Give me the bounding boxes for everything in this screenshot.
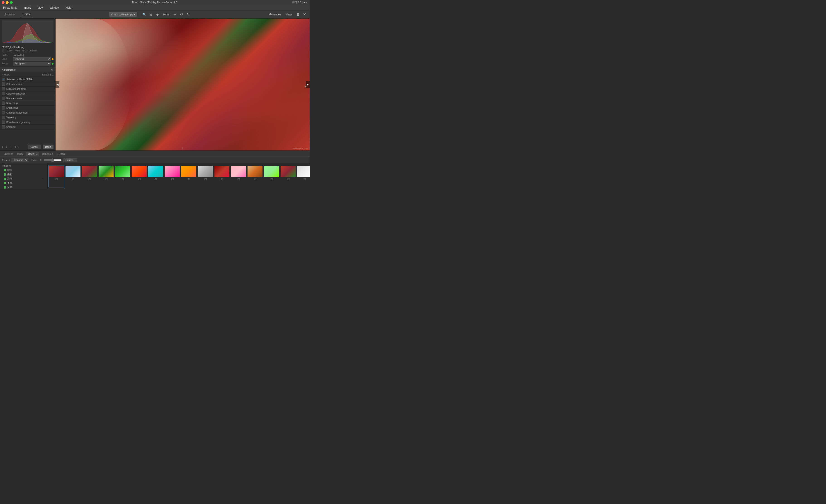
thumbnail-label-3: .jpg bbox=[105, 178, 108, 180]
thumbnail-15[interactable]: .jpg bbox=[297, 165, 310, 187]
thumbnail-4[interactable]: .jpg bbox=[115, 165, 130, 187]
adj-checkbox-7[interactable] bbox=[2, 111, 5, 114]
add-icon-button[interactable]: ✛ bbox=[173, 12, 177, 17]
grid-view-button[interactable]: ⊞ bbox=[296, 12, 300, 17]
thumbnail-strip[interactable]: .jpg.jpg.jpg.jpg.jpg.jpg.jpg.jpg.jpg.jpg… bbox=[48, 164, 310, 189]
lens-dropdown[interactable]: Unknown bbox=[13, 57, 51, 61]
adjustments-settings-icon[interactable]: ⚙ bbox=[51, 68, 54, 71]
tab-open[interactable]: Open [1] bbox=[26, 152, 39, 156]
adj-checkbox-0[interactable] bbox=[2, 78, 5, 81]
adj-checkbox-3[interactable] bbox=[2, 92, 5, 95]
adj-checkbox-10[interactable] bbox=[2, 125, 5, 128]
thumbnail-5[interactable]: .jpg bbox=[131, 165, 147, 187]
zoom-1to1-button[interactable]: ⊕ bbox=[155, 12, 160, 17]
thumbnail-13[interactable]: .jpg bbox=[263, 165, 280, 187]
thumbnail-6[interactable]: .jpg bbox=[148, 165, 164, 187]
rotate-right-button[interactable]: ↻ bbox=[186, 12, 190, 17]
adjustment-item-7[interactable]: Chromatic aberration bbox=[0, 110, 55, 115]
menu-view[interactable]: View bbox=[36, 6, 45, 10]
thumbnail-9[interactable]: .jpg bbox=[197, 165, 213, 187]
tab-browser[interactable]: Browser bbox=[3, 12, 17, 17]
thumb-size-slider[interactable] bbox=[44, 159, 62, 162]
thumbnail-3[interactable]: .jpg bbox=[98, 165, 114, 187]
arrow-down-icon[interactable]: ↓ bbox=[2, 145, 3, 149]
adjustment-item-10[interactable]: Cropping bbox=[0, 125, 55, 129]
adj-checkbox-4[interactable] bbox=[2, 97, 5, 100]
sync-button[interactable]: Sync bbox=[30, 159, 38, 162]
thumbnail-10[interactable]: .jpg bbox=[214, 165, 230, 187]
folder-item-haiyang[interactable]: 海洋 ⋯ bbox=[0, 177, 47, 181]
adjustment-item-3[interactable]: Color enhancement bbox=[0, 91, 55, 96]
adjustment-item-1[interactable]: Color correction bbox=[0, 82, 55, 86]
thumbnail-12[interactable]: .jpg bbox=[247, 165, 263, 187]
tab-recent[interactable]: Recent bbox=[56, 152, 67, 156]
thumbnail-label-9: .jpg bbox=[204, 178, 207, 180]
options-button[interactable]: Options... bbox=[63, 158, 77, 162]
next-icon[interactable]: › bbox=[18, 145, 19, 149]
tab-browser-bottom[interactable]: Browser bbox=[2, 152, 14, 156]
traffic-lights[interactable] bbox=[2, 1, 13, 4]
filename-selector[interactable]: 52112_2y88mj8l.jpg ▾ bbox=[109, 12, 137, 16]
preset-label[interactable]: Preset... bbox=[2, 73, 11, 76]
news-button[interactable]: News bbox=[284, 12, 294, 16]
adj-checkbox-5[interactable] bbox=[2, 102, 5, 105]
maximize-button[interactable] bbox=[10, 1, 13, 4]
zoom-fit-button[interactable]: ⊖ bbox=[149, 12, 154, 17]
adjustment-item-2[interactable]: Exposure and detail bbox=[0, 86, 55, 91]
adj-checkbox-1[interactable] bbox=[2, 82, 5, 86]
thumbnail-image-11 bbox=[231, 166, 246, 177]
right-menu-icon[interactable]: ≡ bbox=[304, 84, 306, 88]
defaults-button[interactable]: Defaults... bbox=[42, 73, 54, 76]
adjustment-item-9[interactable]: Distortion and geometry bbox=[0, 120, 55, 125]
tab-editor[interactable]: Editor bbox=[21, 11, 32, 17]
thumbnail-11[interactable]: .jpg bbox=[231, 165, 246, 187]
folder-options-icon[interactable]: ⋯ bbox=[42, 178, 44, 180]
adj-checkbox-9[interactable] bbox=[2, 121, 5, 124]
menu-help[interactable]: Help bbox=[64, 6, 73, 10]
folder-item-meishi[interactable]: 美食 bbox=[0, 181, 47, 185]
adjustment-item-6[interactable]: Sharpening bbox=[0, 106, 55, 110]
thumbnail-8[interactable]: .jpg bbox=[181, 165, 197, 187]
thumbnail-0[interactable]: .jpg bbox=[49, 165, 64, 187]
thumbnail-1[interactable]: .jpg bbox=[65, 165, 81, 187]
folder-name-meishi: 美食 bbox=[7, 181, 12, 185]
thumbnail-2[interactable]: .jpg bbox=[81, 165, 98, 187]
refresh-icon[interactable]: ↻ bbox=[40, 159, 42, 162]
folder-item-fengjing[interactable]: 风景 bbox=[0, 185, 47, 189]
thumbnail-14[interactable]: .jpg bbox=[280, 165, 296, 187]
arrow-down-alt-icon[interactable]: ⇓ bbox=[5, 145, 8, 149]
thumbnail-7[interactable]: .jpg bbox=[164, 165, 180, 187]
tab-inbox[interactable]: Inbox bbox=[15, 152, 25, 156]
adj-checkbox-2[interactable] bbox=[2, 87, 5, 90]
prev-icon[interactable]: ‹ bbox=[15, 145, 16, 149]
tab-rendered[interactable]: Rendered bbox=[40, 152, 55, 156]
adj-checkbox-8[interactable] bbox=[2, 116, 5, 119]
folder-item-hunli[interactable]: 婚礼 bbox=[0, 172, 47, 177]
folder-item-chengshi[interactable]: 城市 bbox=[0, 168, 47, 172]
adj-name-0: Set color profile for JPEG bbox=[6, 78, 32, 81]
focus-dropdown[interactable]: 2m (guess) bbox=[13, 62, 51, 65]
adjustment-item-5[interactable]: Noise Ninja bbox=[0, 101, 55, 106]
adjustment-item-4[interactable]: Black and white bbox=[0, 96, 55, 101]
minimize-button[interactable] bbox=[6, 1, 9, 4]
menu-window[interactable]: Window bbox=[48, 6, 61, 10]
scroll-left-button[interactable]: ◀ bbox=[56, 81, 59, 88]
done-button[interactable]: Done bbox=[43, 144, 54, 149]
expand-icon[interactable]: ↔ bbox=[10, 145, 13, 149]
cancel-button[interactable]: Cancel bbox=[28, 144, 41, 149]
photo-display[interactable] bbox=[56, 18, 310, 150]
adjustment-item-0[interactable]: Set color profile for JPEG bbox=[0, 77, 55, 82]
sort-dropdown[interactable]: By name bbox=[11, 158, 28, 162]
zoom-out-button[interactable]: 🔍 bbox=[141, 12, 147, 17]
messages-button[interactable]: Messages bbox=[267, 12, 283, 16]
menu-image[interactable]: Image bbox=[22, 6, 33, 10]
rotate-left-button[interactable]: ↺ bbox=[179, 12, 184, 17]
folders-section[interactable]: Folders bbox=[0, 164, 47, 168]
close-button[interactable] bbox=[2, 1, 5, 4]
toolbar: Browser Editor 52112_2y88mj8l.jpg ▾ | 🔍 … bbox=[0, 10, 310, 18]
adjustment-item-8[interactable]: Vignetting bbox=[0, 115, 55, 120]
adj-checkbox-6[interactable] bbox=[2, 106, 5, 110]
menu-photo-ninja[interactable]: Photo Ninja bbox=[2, 6, 18, 10]
title-bar: Photo Ninja (TM) by PictureCode LLC 周日 9… bbox=[0, 0, 310, 5]
close-tab-button[interactable]: ✕ bbox=[302, 12, 307, 17]
